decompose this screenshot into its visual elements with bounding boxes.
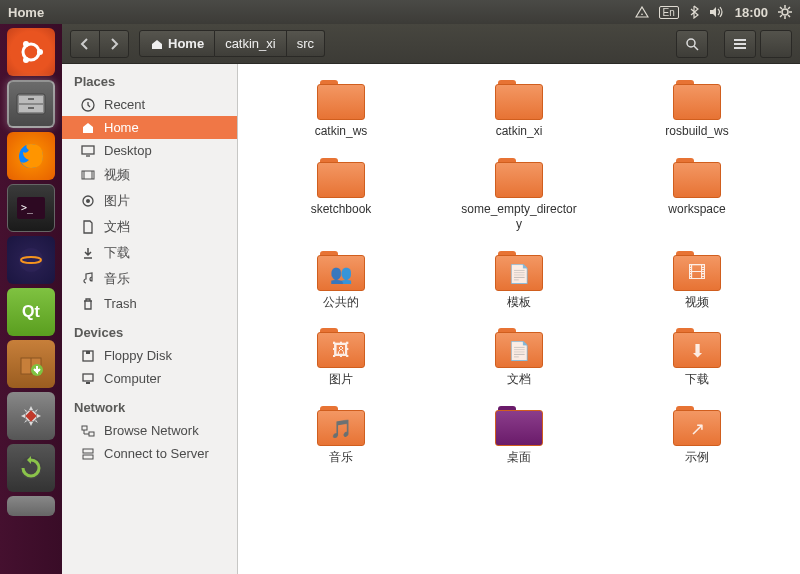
computer-icon [80,372,96,386]
sidebar-item-desktop[interactable]: Desktop [62,139,237,162]
launcher-eclipse[interactable] [7,236,55,284]
templates-overlay-icon: 📄 [508,263,530,285]
devices-header: Devices [62,315,237,344]
folder-icon [317,158,365,198]
sidebar-item-下载[interactable]: 下载 [62,240,237,266]
sidebar-item-label: Home [104,120,139,135]
bluetooth-indicator[interactable] [689,5,699,19]
bluetooth-icon [689,5,699,19]
sidebar-item-视频[interactable]: 视频 [62,162,237,188]
folder-图片[interactable]: 🖼图片 [258,324,424,392]
sound-indicator[interactable] [709,5,725,19]
svg-rect-45 [82,426,87,430]
path-segment-home[interactable]: Home [139,30,215,57]
folder-label: catkin_xi [496,124,543,140]
sidebar-item-图片[interactable]: 图片 [62,188,237,214]
documents-overlay-icon: 📄 [508,340,530,362]
folder-下载[interactable]: ⬇下载 [614,324,780,392]
firefox-icon [15,140,47,172]
path-segment-2[interactable]: src [287,30,325,57]
folder-文档[interactable]: 📄文档 [436,324,602,392]
grid-view-button[interactable] [760,30,792,58]
folder-音乐[interactable]: 🎵音乐 [258,402,424,470]
forward-button[interactable] [99,30,129,58]
top-panel: Home En 18:00 [0,0,800,24]
folder-模板[interactable]: 📄模板 [436,247,602,315]
folder-icon: 👥 [317,251,365,291]
folder-some_empty_directory[interactable]: some_empty_directory [436,154,602,237]
svg-point-21 [19,248,43,272]
svg-rect-47 [83,449,93,453]
folder-sketchbook[interactable]: sketchbook [258,154,424,237]
folder-label: workspace [668,202,725,218]
svg-line-29 [694,46,698,50]
folder-label: some_empty_directory [459,202,579,233]
clock[interactable]: 18:00 [735,5,768,20]
folder-公共的[interactable]: 👥公共的 [258,247,424,315]
launcher-settings[interactable] [7,392,55,440]
gear-icon [778,5,792,19]
examples-overlay-icon: ↗ [690,418,705,440]
launcher-extra[interactable] [7,496,55,516]
launcher-files[interactable] [7,80,55,128]
svg-rect-44 [86,382,90,384]
folder-label: 图片 [329,372,353,388]
wifi-icon [635,6,649,18]
sidebar-item-音乐[interactable]: 音乐 [62,266,237,292]
sidebar-item-trash[interactable]: Trash [62,292,237,315]
svg-rect-16 [28,98,34,100]
folder-catkin_xi[interactable]: catkin_xi [436,76,602,144]
path-segment-1[interactable]: catkin_xi [215,30,287,57]
search-button[interactable] [676,30,708,58]
launcher-software[interactable] [7,340,55,388]
folder-workspace[interactable]: workspace [614,154,780,237]
sidebar-item-label: Desktop [104,143,152,158]
nautilus-window: Home catkin_xi src Places RecentHomeDesk… [62,24,800,574]
ubuntu-icon [16,37,46,67]
sidebar-item-label: 文档 [104,218,130,236]
folder-视频[interactable]: 🎞视频 [614,247,780,315]
sidebar-item-文档[interactable]: 文档 [62,214,237,240]
public-overlay-icon: 👥 [330,263,352,285]
svg-line-7 [788,7,790,9]
sidebar-item-label: Recent [104,97,145,112]
launcher: >_ Qt [0,24,62,574]
gear-indicator[interactable] [778,5,792,19]
folder-label: sketchbook [311,202,372,218]
sidebar-item-label: 下载 [104,244,130,262]
launcher-firefox[interactable] [7,132,55,180]
folder-label: 模板 [507,295,531,311]
sidebar-item-label: Trash [104,296,137,311]
sidebar-item-browse-network[interactable]: Browse Network [62,419,237,442]
icon-view[interactable]: catkin_wscatkin_xirosbuild_wssketchbooks… [238,64,800,574]
eclipse-icon [16,245,46,275]
network-indicator[interactable] [635,6,649,18]
sidebar-item-home[interactable]: Home [62,116,237,139]
toolbar: Home catkin_xi src [62,24,800,64]
folder-icon [673,80,721,120]
back-button[interactable] [70,30,100,58]
list-view-button[interactable] [724,30,756,58]
folder-icon [495,406,543,446]
folder-label: 公共的 [323,295,359,311]
settings-icon [17,402,45,430]
sidebar-item-computer[interactable]: Computer [62,367,237,390]
folder-示例[interactable]: ↗示例 [614,402,780,470]
launcher-qt[interactable]: Qt [7,288,55,336]
folder-桌面[interactable]: 桌面 [436,402,602,470]
home-icon [80,121,96,135]
lang-indicator[interactable]: En [659,6,679,19]
sidebar-item-recent[interactable]: Recent [62,93,237,116]
sidebar-item-connect-to-server[interactable]: Connect to Server [62,442,237,465]
folder-rosbuild_ws[interactable]: rosbuild_ws [614,76,780,144]
desktop-icon [80,144,96,158]
volume-icon [709,5,725,19]
videos-overlay-icon: 🎞 [688,263,706,284]
folder-label: 桌面 [507,450,531,466]
svg-rect-34 [82,146,94,154]
launcher-terminal[interactable]: >_ [7,184,55,232]
launcher-dash[interactable] [7,28,55,76]
folder-catkin_ws[interactable]: catkin_ws [258,76,424,144]
sidebar-item-floppy-disk[interactable]: Floppy Disk [62,344,237,367]
launcher-update[interactable] [7,444,55,492]
